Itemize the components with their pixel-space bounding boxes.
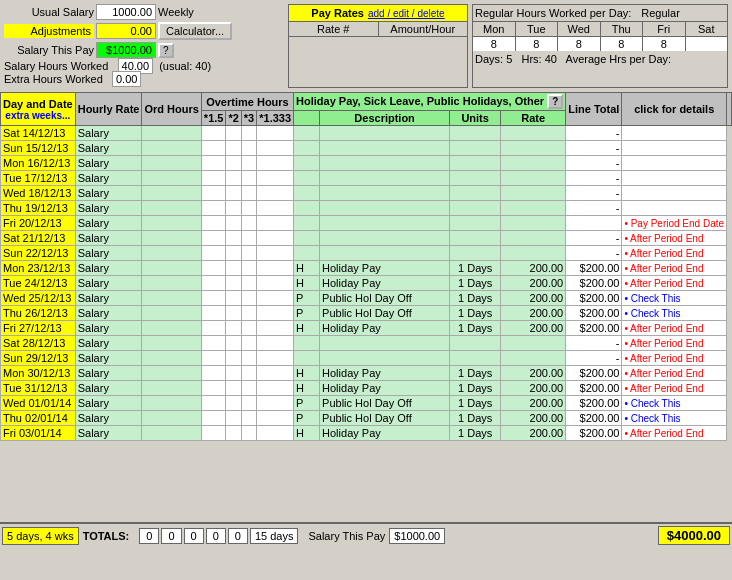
- cell-code[interactable]: P: [294, 306, 320, 321]
- cell-ot-1[interactable]: [201, 126, 226, 141]
- cell-ot-2[interactable]: [226, 201, 241, 216]
- cell-code[interactable]: [294, 156, 320, 171]
- cell-ot-3[interactable]: [241, 186, 256, 201]
- calculator-button[interactable]: Calculator...: [158, 22, 232, 40]
- cell-ot-1[interactable]: [201, 201, 226, 216]
- cell-ot-4[interactable]: [257, 426, 294, 441]
- cell-ot-4[interactable]: [257, 141, 294, 156]
- cell-units[interactable]: [450, 156, 501, 171]
- cell-ot-4[interactable]: [257, 306, 294, 321]
- cell-code[interactable]: H: [294, 366, 320, 381]
- cell-units[interactable]: [450, 351, 501, 366]
- cell-ot-4[interactable]: [257, 291, 294, 306]
- cell-ot-2[interactable]: [226, 276, 241, 291]
- cell-ord-hours[interactable]: [142, 261, 201, 276]
- cell-ot-4[interactable]: [257, 126, 294, 141]
- cell-hourly-rate[interactable]: Salary: [75, 246, 142, 261]
- reg-val-wed[interactable]: 8: [558, 36, 601, 51]
- cell-day-date[interactable]: Sun 22/12/13: [1, 246, 76, 261]
- cell-description[interactable]: [320, 186, 450, 201]
- cell-code[interactable]: [294, 201, 320, 216]
- cell-ot-2[interactable]: [226, 216, 241, 231]
- cell-ot-3[interactable]: [241, 426, 256, 441]
- cell-rate[interactable]: 200.00: [501, 261, 566, 276]
- cell-hourly-rate[interactable]: Salary: [75, 426, 142, 441]
- cell-ot-3[interactable]: [241, 246, 256, 261]
- cell-ot-1[interactable]: [201, 156, 226, 171]
- cell-ot-3[interactable]: [241, 291, 256, 306]
- cell-day-date[interactable]: Sat 28/12/13: [1, 336, 76, 351]
- cell-ot-4[interactable]: [257, 246, 294, 261]
- cell-units[interactable]: 1 Days: [450, 396, 501, 411]
- cell-day-date[interactable]: Fri 27/12/13: [1, 321, 76, 336]
- cell-hourly-rate[interactable]: Salary: [75, 321, 142, 336]
- cell-day-date[interactable]: Fri 20/12/13: [1, 216, 76, 231]
- cell-ot-1[interactable]: [201, 366, 226, 381]
- cell-ot-2[interactable]: [226, 291, 241, 306]
- cell-ot-1[interactable]: [201, 336, 226, 351]
- cell-description[interactable]: [320, 156, 450, 171]
- cell-ot-2[interactable]: [226, 126, 241, 141]
- cell-hourly-rate[interactable]: Salary: [75, 306, 142, 321]
- cell-units[interactable]: 1 Days: [450, 426, 501, 441]
- cell-ord-hours[interactable]: [142, 306, 201, 321]
- cell-code[interactable]: H: [294, 276, 320, 291]
- cell-hourly-rate[interactable]: Salary: [75, 381, 142, 396]
- cell-rate[interactable]: 200.00: [501, 276, 566, 291]
- cell-ord-hours[interactable]: [142, 276, 201, 291]
- cell-description[interactable]: [320, 216, 450, 231]
- cell-rate[interactable]: 200.00: [501, 291, 566, 306]
- cell-units[interactable]: 1 Days: [450, 291, 501, 306]
- cell-ot-3[interactable]: [241, 141, 256, 156]
- cell-ord-hours[interactable]: [142, 426, 201, 441]
- cell-description[interactable]: Public Hol Day Off: [320, 306, 450, 321]
- cell-ord-hours[interactable]: [142, 201, 201, 216]
- cell-units[interactable]: [450, 171, 501, 186]
- cell-ot-1[interactable]: [201, 306, 226, 321]
- cell-description[interactable]: Holiday Pay: [320, 261, 450, 276]
- cell-units[interactable]: [450, 216, 501, 231]
- cell-hourly-rate[interactable]: Salary: [75, 231, 142, 246]
- cell-description[interactable]: [320, 336, 450, 351]
- cell-ot-4[interactable]: [257, 201, 294, 216]
- cell-rate[interactable]: [501, 246, 566, 261]
- cell-ot-3[interactable]: [241, 156, 256, 171]
- cell-hourly-rate[interactable]: Salary: [75, 201, 142, 216]
- cell-units[interactable]: [450, 186, 501, 201]
- cell-description[interactable]: [320, 141, 450, 156]
- cell-day-date[interactable]: Mon 30/12/13: [1, 366, 76, 381]
- cell-hourly-rate[interactable]: Salary: [75, 291, 142, 306]
- cell-ot-1[interactable]: [201, 246, 226, 261]
- cell-ot-2[interactable]: [226, 141, 241, 156]
- cell-code[interactable]: [294, 246, 320, 261]
- cell-rate[interactable]: [501, 201, 566, 216]
- cell-hourly-rate[interactable]: Salary: [75, 156, 142, 171]
- cell-day-date[interactable]: Sun 15/12/13: [1, 141, 76, 156]
- cell-day-date[interactable]: Thu 26/12/13: [1, 306, 76, 321]
- cell-ot-2[interactable]: [226, 396, 241, 411]
- cell-rate[interactable]: [501, 141, 566, 156]
- cell-units[interactable]: [450, 201, 501, 216]
- cell-description[interactable]: Public Hol Day Off: [320, 291, 450, 306]
- cell-day-date[interactable]: Mon 16/12/13: [1, 156, 76, 171]
- cell-ot-2[interactable]: [226, 366, 241, 381]
- cell-ot-1[interactable]: [201, 426, 226, 441]
- cell-hourly-rate[interactable]: Salary: [75, 396, 142, 411]
- cell-day-date[interactable]: Sat 14/12/13: [1, 126, 76, 141]
- cell-ot-3[interactable]: [241, 336, 256, 351]
- cell-day-date[interactable]: Thu 19/12/13: [1, 201, 76, 216]
- cell-code[interactable]: [294, 171, 320, 186]
- cell-code[interactable]: P: [294, 291, 320, 306]
- cell-code[interactable]: H: [294, 321, 320, 336]
- cell-ot-2[interactable]: [226, 156, 241, 171]
- cell-day-date[interactable]: Wed 18/12/13: [1, 186, 76, 201]
- cell-description[interactable]: Holiday Pay: [320, 426, 450, 441]
- cell-ot-2[interactable]: [226, 306, 241, 321]
- cell-units[interactable]: 1 Days: [450, 276, 501, 291]
- cell-ord-hours[interactable]: [142, 366, 201, 381]
- cell-ot-3[interactable]: [241, 261, 256, 276]
- cell-rate[interactable]: 200.00: [501, 396, 566, 411]
- cell-ot-3[interactable]: [241, 216, 256, 231]
- cell-rate[interactable]: [501, 231, 566, 246]
- cell-units[interactable]: [450, 336, 501, 351]
